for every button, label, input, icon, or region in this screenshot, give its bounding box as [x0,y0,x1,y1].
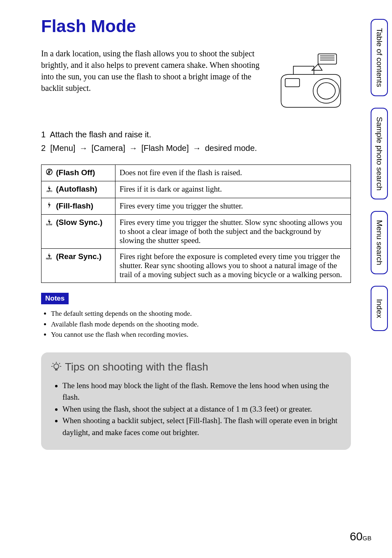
svg-text:AUTO: AUTO [46,190,52,192]
mode-label: (Fill-flash) [56,201,93,210]
tab-sample-photo-search[interactable]: Sample photo search [371,108,388,200]
mode-desc: Fires if it is dark or against light. [115,181,351,198]
tips-title-text: Tips on shooting with the flash [65,361,208,373]
list-item: You cannot use the flash when recording … [51,329,351,340]
tab-menu-search[interactable]: Menu search [371,211,388,274]
svg-text:SLOW: SLOW [46,223,52,226]
svg-rect-2 [318,54,337,64]
tab-index[interactable]: Index [371,286,388,331]
flash-off-icon [46,168,53,178]
mode-desc: Fires every time you trigger the shutter… [115,215,351,249]
svg-line-15 [53,363,53,364]
mode-label: (Autoflash) [56,185,97,193]
camera-illustration [269,48,351,113]
autoflash-icon: AUTO [46,185,53,194]
svg-point-1 [317,83,335,99]
modes-table: (Flash Off) Does not fire even if the fl… [41,164,351,283]
svg-line-16 [59,363,60,364]
mode-label: (Flash Off) [56,168,95,177]
list-item: When using the flash, shoot the subject … [62,403,341,415]
svg-text:REAR: REAR [46,257,52,260]
list-item: When shooting a backlit subject, select … [62,415,341,438]
menu-path-part: desired mode. [205,144,257,153]
arrow-icon: → [129,144,137,153]
steps-block: 1 Attach the flash and raise it. 2 [Menu… [41,130,351,153]
list-item: The default setting depends on the shoot… [51,308,351,319]
page-number-suffix: GB [362,535,371,542]
list-item: Available flash mode depends on the shoo… [51,319,351,330]
menu-path-part: [Flash Mode] [141,144,189,153]
step-number: 2 [41,144,46,153]
table-row: AUTO (Autoflash) Fires if it is dark or … [42,181,351,198]
tab-table-of-contents[interactable]: Table of contents [371,19,388,96]
step-text: Attach the flash and raise it. [50,130,151,139]
mode-label: (Rear Sync.) [56,252,101,261]
rear-sync-icon: REAR [46,252,53,262]
tips-list: The lens hood may block the light of the… [62,380,341,439]
table-row: SLOW (Slow Sync.) Fires every time you t… [42,215,351,249]
arrow-icon: → [193,144,201,153]
mode-label: (Slow Sync.) [56,218,102,227]
table-row: (Fill-flash) Fires every time you trigge… [42,198,351,214]
tips-box: Tips on shooting with the flash The lens… [41,352,351,450]
page-number-value: 60 [350,530,362,543]
slow-sync-icon: SLOW [46,218,53,228]
table-row: (Flash Off) Does not fire even if the fl… [42,165,351,181]
arrow-icon: → [79,144,88,153]
notes-list: The default setting depends on the shoot… [51,308,351,340]
page-title: Flash Mode [41,16,351,36]
fill-flash-icon [46,201,53,211]
intro-paragraph: In a dark location, using the flash allo… [41,48,261,113]
mode-desc: Fires every time you trigger the shutter… [115,198,351,214]
page-number: 60GB [350,530,371,543]
mode-desc: Fires right before the exposure is compl… [115,249,351,283]
menu-path-part: [Camera] [92,144,125,153]
menu-path-part: [Menu] [50,144,75,153]
notes-badge: Notes [41,293,69,304]
list-item: The lens hood may block the light of the… [62,380,341,403]
svg-rect-6 [285,79,300,87]
step-number: 1 [41,130,46,139]
mode-desc: Does not fire even if the flash is raise… [115,165,351,181]
svg-rect-13 [55,369,58,370]
table-row: REAR (Rear Sync.) Fires right before the… [42,249,351,283]
svg-point-12 [54,364,59,369]
bulb-icon [51,361,62,372]
